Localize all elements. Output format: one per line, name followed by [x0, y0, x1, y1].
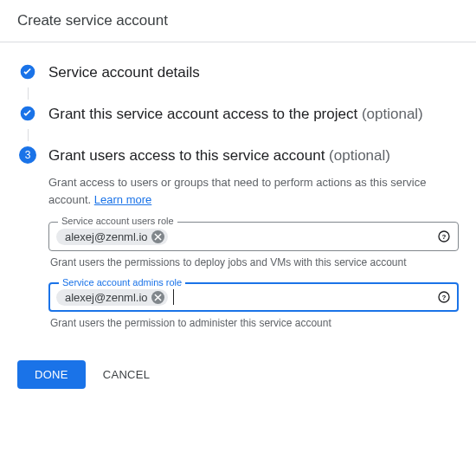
step-2-title: Grant this service account access to the…	[48, 105, 459, 124]
step-3-description: Grant access to users or groups that nee…	[48, 174, 459, 208]
action-bar: DONE CANCEL	[0, 343, 476, 406]
text-cursor	[173, 289, 174, 305]
step-connector	[17, 82, 38, 105]
step-1-details[interactable]: Service account details	[17, 63, 459, 82]
step-connector	[17, 124, 38, 146]
help-icon[interactable]: ?	[437, 230, 451, 243]
svg-text:?: ?	[442, 233, 447, 241]
admins-role-helper: Grant users the permission to administer…	[48, 317, 459, 329]
step-1-title: Service account details	[48, 63, 459, 82]
admins-role-label: Service account admins role	[59, 277, 185, 288]
user-chip: alexej@zenml.io	[56, 289, 168, 306]
cancel-button[interactable]: CANCEL	[103, 368, 151, 381]
step-3-grant-users: 3 Grant users access to this service acc…	[17, 146, 459, 329]
learn-more-link[interactable]: Learn more	[94, 193, 151, 206]
check-circle-icon	[19, 105, 36, 122]
step-number-icon: 3	[19, 146, 36, 164]
page-title: Create service account	[17, 12, 168, 29]
step-3-title: Grant users access to this service accou…	[48, 146, 459, 165]
step-2-grant-access[interactable]: Grant this service account access to the…	[17, 105, 459, 124]
admins-role-input[interactable]: Service account admins role alexej@zenml…	[48, 282, 459, 312]
check-circle-icon	[19, 63, 36, 81]
users-role-label: Service account users role	[58, 216, 177, 226]
user-chip: alexej@zenml.io	[56, 229, 168, 245]
help-icon[interactable]: ?	[437, 290, 451, 304]
svg-text:?: ?	[442, 294, 447, 301]
users-role-helper: Grant users the permissions to deploy jo…	[48, 256, 459, 268]
optional-label: (optional)	[329, 147, 390, 164]
wizard-content: Service account details Grant this servi…	[0, 42, 476, 343]
optional-label: (optional)	[362, 106, 423, 122]
done-button[interactable]: DONE	[17, 360, 86, 389]
users-role-input[interactable]: Service account users role alexej@zenml.…	[48, 222, 459, 251]
remove-chip-icon[interactable]	[151, 291, 164, 304]
page-header: Create service account	[0, 0, 476, 42]
remove-chip-icon[interactable]	[151, 230, 164, 243]
